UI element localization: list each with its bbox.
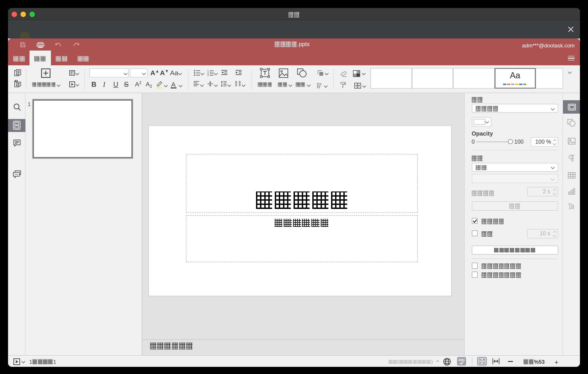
svg-text:Ta: Ta <box>568 203 574 209</box>
svg-text:ABC: ABC <box>458 358 465 362</box>
svg-text:3: 3 <box>207 74 209 76</box>
